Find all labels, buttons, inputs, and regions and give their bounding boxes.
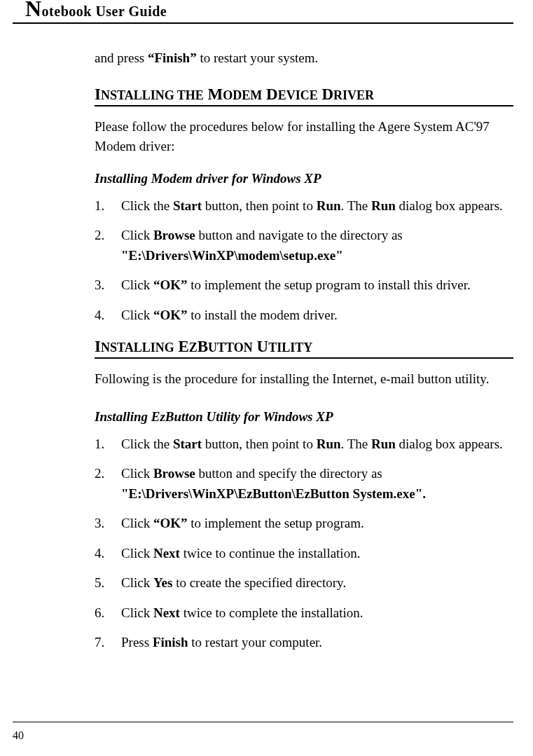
step-text: Click	[121, 277, 153, 292]
list-item: 3.Click “OK” to implement the setup prog…	[95, 514, 513, 534]
step-text: button and navigate to the directory as	[195, 228, 403, 242]
step-text: Click	[121, 308, 153, 322]
step-text: button, then point to	[202, 437, 317, 451]
list-item: 4.Click “OK” to install the modem driver…	[95, 305, 513, 326]
page-header: Notebook User Guide	[13, 0, 513, 24]
step-number: 4.	[95, 544, 121, 564]
step-text: Click the	[121, 198, 173, 213]
step-text: dialog box appears.	[396, 198, 503, 213]
continuation-paragraph: and press “Finish” to restart your syste…	[95, 48, 513, 69]
step-bold-text: Run	[371, 198, 396, 213]
step-bold-text: Run	[371, 437, 396, 451]
step-bold-text: Start	[173, 437, 202, 451]
page-footer: 40	[13, 722, 513, 742]
section1-intro: Please follow the procedures below for i…	[95, 117, 513, 157]
step-number: 7.	[95, 633, 121, 653]
step-text: Click	[121, 605, 153, 620]
header-title: Notebook User Guide	[25, 0, 513, 20]
section2-intro: Following is the procedure for installin…	[95, 369, 513, 390]
step-text: Click the	[121, 437, 173, 451]
step-number: 6.	[95, 603, 121, 624]
step-bold-text: Next	[153, 546, 180, 561]
step-text: Click	[121, 516, 153, 530]
list-item: 3.Click “OK” to implement the setup prog…	[95, 275, 513, 296]
continuation-post: to restart your system.	[197, 50, 319, 65]
step-number: 1.	[95, 196, 121, 217]
step-number: 3.	[95, 275, 121, 296]
step-number: 4.	[95, 305, 121, 326]
step-text: Click	[121, 228, 153, 242]
step-bold-text: Browse	[153, 228, 195, 242]
step-text: Click	[121, 546, 153, 561]
section2-subheading: Installing EzButton Utility for Windows …	[95, 409, 513, 425]
step-text: button, then point to	[202, 198, 317, 213]
header-title-rest: otebook User Guide	[42, 4, 167, 19]
continuation-bold: “Finish”	[148, 50, 197, 65]
list-item: 2.Click Browse button and specify the di…	[95, 464, 513, 504]
step-text: to install the modem driver.	[187, 308, 337, 322]
list-item: 7.Press Finish to restart your computer.	[95, 633, 513, 653]
section-heading-modem: INSTALLING THE MODEM DEVICE DRIVER	[95, 85, 513, 106]
step-text: twice to continue the installation.	[180, 546, 361, 561]
step-bold-text: “OK”	[153, 516, 188, 530]
section-heading-ezbutton: INSTALLING EZBUTTON UTILITY	[95, 338, 513, 359]
step-number: 3.	[95, 514, 121, 534]
step-bold-text: Browse	[153, 466, 195, 481]
step-text: Press	[121, 635, 153, 650]
step-text: twice to complete the installation.	[180, 605, 364, 620]
section1-steps: 1.Click the Start button, then point to …	[95, 196, 513, 326]
header-dropcap: N	[25, 0, 42, 21]
list-item: 1.Click the Start button, then point to …	[95, 434, 513, 455]
heading-text: INSTALLING EZBUTTON UTILITY	[95, 338, 312, 355]
step-number: 2.	[95, 464, 121, 484]
step-text: Click	[121, 466, 153, 481]
step-bold-text: “OK”	[153, 308, 188, 322]
step-number: 2.	[95, 226, 121, 246]
list-item: 5.Click Yes to create the specified dire…	[95, 573, 513, 593]
step-text: . The	[341, 198, 371, 213]
step-bold-text: "E:\Drivers\WinXP\EzButton\EzButton Syst…	[121, 486, 426, 501]
step-bold-text: "E:\Drivers\WinXP\modem\setup.exe"	[121, 248, 343, 263]
step-text: to create the specified directory.	[172, 575, 346, 590]
step-bold-text: Next	[153, 605, 180, 620]
step-text: Click	[121, 575, 153, 590]
page-number: 40	[13, 729, 24, 741]
step-text: to implement the setup program to instal…	[187, 277, 470, 292]
step-text: button and specify the directory as	[195, 466, 382, 481]
list-item: 2.Click Browse button and navigate to th…	[95, 226, 513, 266]
step-number: 1.	[95, 434, 121, 455]
page-content: and press “Finish” to restart your syste…	[0, 24, 533, 653]
step-bold-text: Run	[317, 437, 341, 451]
heading-text: INSTALLING THE MODEM DEVICE DRIVER	[95, 85, 374, 103]
step-text: dialog box appears.	[396, 437, 503, 451]
list-item: 4.Click Next twice to continue the insta…	[95, 544, 513, 564]
step-bold-text: Yes	[153, 575, 172, 590]
step-text: to restart your computer.	[188, 635, 323, 650]
list-item: 1.Click the Start button, then point to …	[95, 196, 513, 217]
step-text: to implement the setup program.	[187, 516, 364, 530]
step-bold-text: Run	[317, 198, 341, 213]
step-bold-text: Finish	[153, 635, 188, 650]
section2-steps: 1.Click the Start button, then point to …	[95, 434, 513, 653]
section1-subheading: Installing Modem driver for Windows XP	[95, 171, 513, 186]
step-bold-text: “OK”	[153, 277, 188, 292]
continuation-pre: and press	[95, 50, 148, 65]
step-number: 5.	[95, 573, 121, 593]
step-text: . The	[341, 437, 371, 451]
step-bold-text: Start	[173, 198, 202, 213]
list-item: 6.Click Next twice to complete the insta…	[95, 603, 513, 624]
